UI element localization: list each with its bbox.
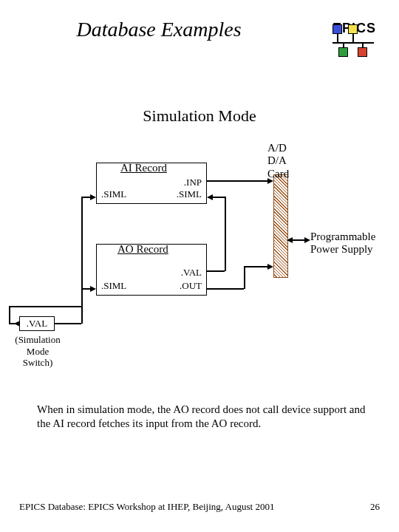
arrow-sim-to-ao bbox=[90, 286, 96, 292]
wire-val-siml-v bbox=[225, 197, 226, 271]
diagram: AI Record .INP .SIML .SIML AO Record .VA… bbox=[0, 148, 399, 369]
ad-da-card bbox=[273, 174, 288, 278]
ao-siml-label: .SIML bbox=[101, 280, 126, 292]
slide: Database Examples EPICS Simulation Mode … bbox=[0, 0, 399, 532]
wire-val-siml-h2 bbox=[211, 197, 225, 198]
ao-val-label: .VAL bbox=[181, 267, 202, 279]
wire-ai-inp bbox=[207, 180, 269, 182]
wire-sim-main-v bbox=[81, 197, 83, 324]
arrow-ao-out bbox=[267, 264, 273, 270]
ai-record-box: AI Record .INP .SIML .SIML bbox=[96, 163, 207, 204]
arrow-sim-to-ai bbox=[90, 194, 96, 200]
wire-ao-out-h1 bbox=[207, 288, 244, 290]
logo-boxes bbox=[332, 38, 377, 58]
arrow-card-supply-r bbox=[304, 237, 310, 243]
ai-siml-left-label: .SIML bbox=[101, 188, 126, 200]
arrow-card-supply-l bbox=[287, 237, 293, 243]
ao-record-title: AO Record bbox=[117, 243, 168, 256]
sim-switch-caption: (Simulation Mode Switch) bbox=[13, 334, 62, 369]
wire-sim-valbox-stub-h2 bbox=[9, 306, 81, 307]
footer-left: EPICS Database: EPICS Workshop at IHEP, … bbox=[19, 501, 274, 513]
epics-logo: EPICS bbox=[332, 21, 377, 58]
page-number: 26 bbox=[370, 501, 380, 513]
wire-sim-valbox-stub-v bbox=[9, 306, 10, 324]
power-supply-label: Programmable Power Supply bbox=[310, 231, 375, 256]
arrow-ai-inp bbox=[267, 178, 273, 184]
ao-record-box: AO Record .VAL .SIML .OUT bbox=[96, 244, 207, 296]
wire-sim-main-h bbox=[55, 323, 81, 324]
footer: EPICS Database: EPICS Workshop at IHEP, … bbox=[19, 501, 380, 513]
ai-inp-label: .INP bbox=[184, 177, 202, 188]
wire-val-siml-h1 bbox=[207, 270, 225, 272]
body-text: When in simulation mode, the AO record d… bbox=[37, 403, 369, 431]
wire-ao-out-v bbox=[244, 266, 245, 289]
ad-da-card-label: A/D D/A Card bbox=[267, 142, 289, 180]
subtitle: Simulation Mode bbox=[0, 106, 399, 126]
ai-siml-right-label: .SIML bbox=[177, 188, 202, 200]
wire-sim-valbox-stub-h bbox=[9, 323, 19, 324]
page-title: Database Examples bbox=[0, 18, 318, 41]
sim-switch-val-box: .VAL bbox=[19, 316, 55, 331]
wire-ao-out-h2 bbox=[244, 266, 269, 267]
ao-out-label: .OUT bbox=[180, 280, 202, 292]
sim-switch-val-label: .VAL bbox=[27, 318, 47, 330]
ai-record-title: AI Record bbox=[120, 162, 167, 174]
arrow-val-siml bbox=[207, 194, 213, 200]
